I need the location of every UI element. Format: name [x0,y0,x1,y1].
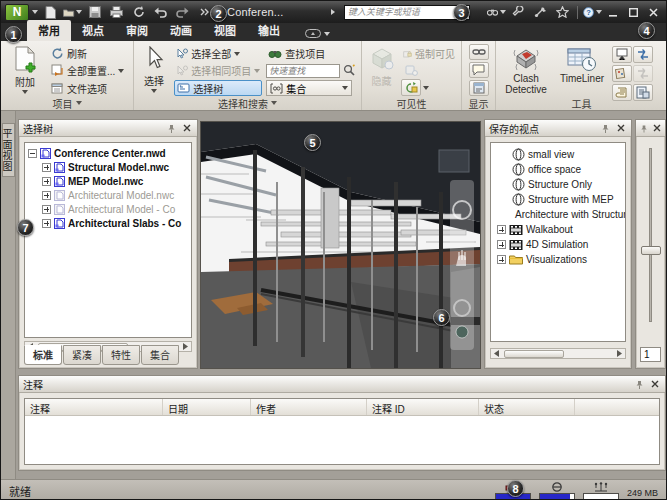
pin-icon[interactable] [638,122,650,134]
saved-viewpoints-list[interactable]: small view office space Structure Only S… [490,142,626,342]
saved-viewpoints-header[interactable]: 保存的视点 [485,120,631,137]
tree-item[interactable]: MEP Model.nwc [28,174,191,188]
help-button[interactable]: ? [583,4,602,21]
column-comment-id[interactable]: 注释 ID [367,399,479,415]
tree-item[interactable]: Structural Model.nwc [28,160,191,174]
selection-tree-button[interactable]: 选择树 [174,80,262,96]
tilt-slider-thumb[interactable] [641,246,661,255]
application-menu-caret-icon[interactable] [32,10,38,14]
viewpoint-item[interactable]: Structure with MEP [493,192,625,207]
tree-tab-properties[interactable]: 特性 [102,345,140,365]
expand-icon[interactable] [497,240,506,249]
tree-tab-sets[interactable]: 集合 [141,345,179,365]
expand-icon[interactable] [42,163,51,172]
append-button[interactable]: 附加 [5,44,45,96]
viewpoint-item[interactable]: Architecture with Structure [493,207,625,222]
tilt-panel-header[interactable] [636,120,665,137]
viewpoint-item[interactable]: small view [493,147,625,162]
restore-button[interactable] [625,5,642,20]
ribbon-options-caret-icon[interactable] [324,32,330,36]
tab-output[interactable]: 输出 [247,20,291,41]
viewpoint-item[interactable]: office space [493,162,625,177]
subscription-button[interactable] [509,4,528,21]
minimize-button[interactable] [605,5,622,20]
selection-tree-header[interactable]: 选择树 [19,120,197,137]
quick-find-input[interactable] [266,64,340,78]
refresh-button[interactable] [129,4,148,21]
close-panel-icon[interactable] [652,122,664,134]
save-button[interactable] [85,4,104,21]
tree-item-root[interactable]: Conference Center.nwd [28,146,191,160]
print-button[interactable] [107,4,126,21]
scroll-right-icon[interactable] [614,349,625,358]
animator-button[interactable] [633,46,653,63]
refresh-model-button[interactable]: 刷新 [49,46,126,61]
tilt-slider-track[interactable] [649,148,652,322]
clash-detective-button[interactable]: Clash Detective [500,44,552,96]
search-input[interactable] [344,5,470,20]
find-items-button[interactable]: 查找项目 [266,46,357,61]
sets-button[interactable]: 集合 [266,80,352,96]
scene-viewport[interactable] [200,121,481,369]
comments-header[interactable]: 注释 [19,376,665,393]
close-panel-icon[interactable] [615,122,627,134]
tab-review[interactable]: 审阅 [115,20,159,41]
expand-icon[interactable] [42,177,51,186]
reset-all-button[interactable]: 全部重置... [49,63,126,78]
links-button[interactable] [469,44,489,60]
timeliner-button[interactable]: TimeLiner [556,44,608,96]
reset-all-caret-icon[interactable] [118,69,124,73]
column-author[interactable]: 作者 [251,399,367,415]
append-caret-icon[interactable] [22,90,28,94]
tree-item[interactable]: Architectural Model - Co [28,202,191,216]
tree-item[interactable]: Architectural Model.nwc [28,188,191,202]
expand-icon[interactable] [497,255,506,264]
group-label-select-search[interactable]: 选择和搜索 [134,97,361,109]
expand-icon[interactable] [42,205,51,214]
tree-tab-compact[interactable]: 紧凑 [63,345,101,365]
tab-animation[interactable]: 动画 [159,20,203,41]
scroll-left-icon[interactable] [491,349,502,358]
select-caret-icon[interactable] [151,89,157,93]
tab-home[interactable]: 常用 [27,20,71,41]
hide-button[interactable]: 隐藏 [366,44,397,96]
application-menu-button[interactable]: N [5,4,29,21]
quantification-button[interactable] [612,65,632,82]
tab-viewpoint[interactable]: 视点 [71,20,115,41]
favorites-button[interactable] [553,4,572,21]
redo-button[interactable] [173,4,192,21]
expand-icon[interactable] [42,191,51,200]
search-find-button[interactable] [487,4,506,21]
tab-view[interactable]: 视图 [203,20,247,41]
scroll-right-icon[interactable] [180,342,191,351]
tilt-value-input[interactable] [640,347,661,362]
undo-button[interactable] [151,4,170,21]
autodesk-rendering-button[interactable] [612,46,632,63]
close-panel-icon[interactable] [649,378,661,390]
hide-unselected-button[interactable] [401,63,421,77]
pin-icon[interactable] [599,122,611,134]
scroll-thumb[interactable] [504,350,564,358]
viewpoints-horizontal-scrollbar[interactable] [490,348,626,359]
expand-icon[interactable] [497,225,506,234]
title-expand-icon[interactable] [331,9,335,15]
expand-icon[interactable] [42,219,51,228]
close-panel-icon[interactable] [181,122,193,134]
select-button[interactable]: 选择 [138,44,170,96]
animation-item[interactable]: 4D Simulation [493,237,625,252]
plan-view-tab[interactable]: 平面视图 [2,123,15,177]
ribbon-minimize-button[interactable] [305,29,330,41]
navigation-bar[interactable] [450,180,474,350]
selection-tree-list[interactable]: Conference Center.nwd Structural Model.n… [24,142,192,338]
select-same-button[interactable]: 选择相同项目 [174,63,262,78]
close-button[interactable] [645,5,662,20]
sets-caret-icon[interactable] [342,86,348,90]
quick-find-icon[interactable] [343,64,356,77]
folder-item[interactable]: Visualizations [493,252,625,267]
quick-properties-button[interactable] [469,62,489,78]
viewpoint-item[interactable]: Structure Only [493,177,625,192]
animation-item[interactable]: Walkabout [493,222,625,237]
column-comment[interactable]: 注释 [25,399,163,415]
group-label-project[interactable]: 项目 [1,97,133,109]
pin-icon[interactable] [633,378,645,390]
